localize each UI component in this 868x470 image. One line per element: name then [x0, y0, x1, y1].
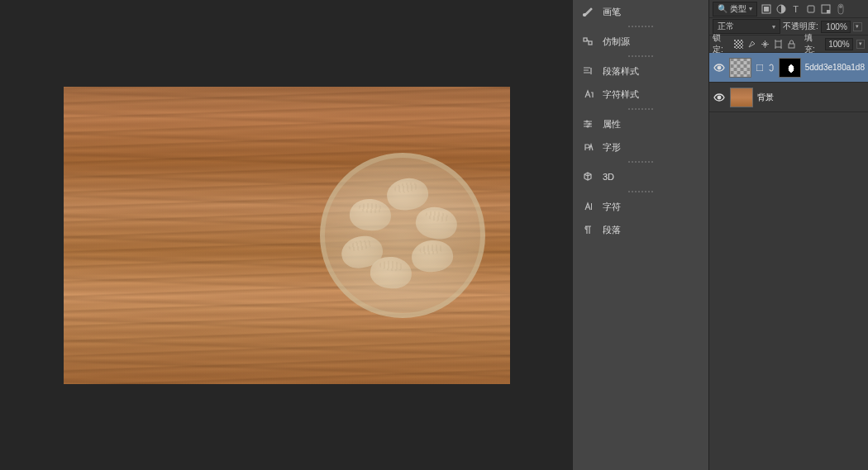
lock-artboard-icon[interactable] — [773, 38, 785, 50]
svg-point-0 — [584, 14, 586, 17]
svg-rect-10 — [808, 6, 814, 12]
panel-tab-paragraph-styles[interactable]: 段落样式 — [573, 59, 708, 83]
layer-row[interactable]: 背景 — [709, 83, 868, 112]
panel-tab-properties[interactable]: 属性 — [573, 112, 708, 135]
lock-pixels-icon[interactable] — [746, 38, 758, 50]
layer-mask-link-icon[interactable] — [768, 63, 775, 73]
layer-row[interactable]: 5ddd3e180a1d8 — [709, 53, 868, 83]
canvas-image — [64, 87, 510, 384]
panel-divider — [573, 188, 708, 195]
brush-icon — [581, 5, 594, 18]
clone-source-icon — [581, 35, 594, 48]
layer-visibility-toggle[interactable] — [713, 91, 726, 104]
svg-point-4 — [589, 123, 590, 125]
panel-label: 段落样式 — [603, 65, 639, 78]
canvas-area[interactable] — [0, 0, 573, 470]
layer-filter-icon — [756, 64, 764, 72]
panel-label: 段落 — [603, 224, 621, 236]
filter-smart-icon[interactable] — [819, 2, 832, 15]
filter-kind-label: 类型 — [730, 3, 746, 15]
svg-point-22 — [718, 96, 721, 99]
panel-tab-character[interactable]: 字符 — [573, 195, 708, 218]
svg-point-5 — [587, 126, 589, 127]
svg-rect-2 — [589, 41, 592, 45]
chevron-down-icon: ▾ — [772, 23, 775, 31]
filter-adjustment-icon[interactable] — [775, 2, 787, 15]
panel-tab-character-styles[interactable]: 字符样式 — [573, 83, 708, 106]
chevron-down-icon: ▾ — [749, 5, 752, 12]
opacity-label: 不透明度: — [783, 21, 818, 32]
lock-transparency-icon[interactable] — [733, 38, 745, 50]
panel-label: 仿制源 — [603, 36, 630, 48]
svg-rect-8 — [764, 7, 769, 12]
blend-mode-value: 正常 — [718, 21, 734, 32]
panel-label: 3D — [603, 172, 614, 182]
layer-name[interactable]: 5ddd3e180a1d8 — [805, 63, 865, 72]
layers-list: 5ddd3e180a1d8 背景 — [709, 53, 868, 470]
paragraph-icon — [581, 223, 594, 236]
lock-position-icon[interactable] — [760, 38, 771, 50]
panel-tab-brush[interactable]: 画笔 — [573, 0, 708, 23]
svg-point-14 — [839, 5, 842, 8]
layer-thumbnail[interactable] — [730, 88, 753, 107]
lock-fill-row: 锁定: 填充: 100% ▾ — [709, 36, 868, 53]
filter-toggle-switch[interactable] — [834, 2, 847, 15]
lock-label: 锁定: — [713, 32, 730, 55]
svg-rect-19 — [789, 44, 794, 48]
paragraph-style-icon — [581, 64, 594, 78]
layers-panel: 🔍 类型 ▾ T 正常 ▾ 不透明度: 100% ▾ 锁定: 填充: 100% — [708, 0, 868, 470]
dumpling — [410, 238, 454, 273]
panel-tab-paragraph[interactable]: 段落 — [573, 218, 708, 241]
panel-label: 画笔 — [603, 6, 621, 18]
fill-dropdown-button[interactable]: ▾ — [856, 40, 865, 49]
opacity-dropdown-button[interactable]: ▾ — [853, 22, 862, 31]
svg-rect-15 — [734, 40, 743, 49]
layer-thumbnail[interactable] — [729, 58, 751, 78]
panel-divider — [573, 23, 708, 30]
properties-icon — [581, 117, 594, 131]
panel-divider — [573, 53, 708, 59]
svg-rect-6 — [591, 203, 592, 210]
layer-mask-thumbnail[interactable] — [779, 58, 801, 78]
filter-kind-dropdown[interactable]: 🔍 类型 ▾ — [713, 2, 757, 17]
collapsed-panels-bar: 画笔 仿制源 段落样式 字符样式 属性 字形 3D 字符 段落 — [573, 0, 708, 470]
svg-rect-1 — [584, 38, 587, 41]
panel-tab-glyphs[interactable]: 字形 — [573, 135, 708, 159]
dumpling — [413, 203, 460, 241]
panel-label: 字形 — [603, 141, 621, 154]
glyphs-icon — [581, 140, 594, 154]
3d-icon — [581, 170, 594, 183]
svg-point-3 — [586, 121, 588, 122]
svg-rect-21 — [756, 64, 763, 71]
panel-label: 字符样式 — [603, 88, 639, 101]
panel-divider — [573, 159, 708, 165]
panel-divider — [573, 106, 708, 112]
layer-visibility-toggle[interactable] — [713, 61, 725, 74]
lock-icons-group — [733, 38, 798, 50]
layers-filter-row: 🔍 类型 ▾ T — [709, 0, 868, 18]
character-icon — [581, 200, 594, 213]
svg-rect-12 — [827, 10, 830, 13]
fill-label: 填充: — [804, 32, 822, 55]
dumpling — [384, 175, 430, 212]
filter-shape-icon[interactable] — [804, 2, 817, 15]
panel-label: 属性 — [603, 118, 621, 131]
blend-opacity-row: 正常 ▾ 不透明度: 100% ▾ — [709, 18, 868, 36]
panel-label: 字符 — [603, 201, 621, 213]
layer-name[interactable]: 背景 — [757, 92, 774, 103]
svg-rect-18 — [775, 41, 781, 47]
lock-all-icon[interactable] — [786, 38, 798, 50]
filter-text-icon[interactable]: T — [789, 2, 802, 15]
fill-input[interactable]: 100% — [825, 38, 853, 50]
steamer-basket — [320, 153, 485, 318]
dumpling — [348, 197, 392, 231]
svg-point-20 — [718, 66, 721, 69]
filter-pixel-icon[interactable] — [760, 2, 772, 15]
opacity-input[interactable]: 100% — [821, 21, 851, 33]
search-icon: 🔍 — [718, 4, 727, 13]
character-style-icon — [581, 88, 594, 101]
panel-tab-clone-source[interactable]: 仿制源 — [573, 30, 708, 53]
panel-tab-3d[interactable]: 3D — [573, 165, 708, 188]
